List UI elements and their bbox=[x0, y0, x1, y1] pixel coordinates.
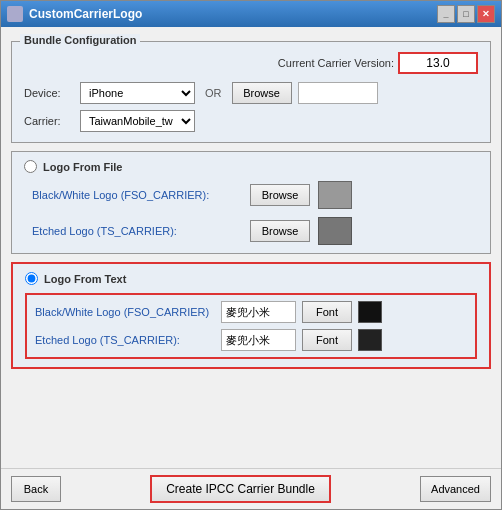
window-controls: _ □ ✕ bbox=[437, 5, 495, 23]
main-content: Bundle Configuration Current Carrier Ver… bbox=[1, 27, 501, 468]
bw-logo-file-row: Black/White Logo (FSO_CARRIER): Browse bbox=[32, 181, 478, 209]
logo-from-file-section: Logo From File Black/White Logo (FSO_CAR… bbox=[11, 151, 491, 254]
window-title: CustomCarrierLogo bbox=[29, 7, 142, 21]
back-button[interactable]: Back bbox=[11, 476, 61, 502]
bw-logo-preview bbox=[318, 181, 352, 209]
carrier-row: Carrier: TaiwanMobile_tw bbox=[24, 110, 478, 132]
logo-text-radio[interactable] bbox=[25, 272, 38, 285]
logo-text-header: Logo From Text bbox=[25, 272, 477, 285]
etched-text-label: Etched Logo (TS_CARRIER): bbox=[35, 334, 215, 346]
bottom-bar: Back Create IPCC Carrier Bundle Advanced bbox=[1, 468, 501, 509]
etched-logo-preview bbox=[318, 217, 352, 245]
close-button[interactable]: ✕ bbox=[477, 5, 495, 23]
logo-file-radio[interactable] bbox=[24, 160, 37, 173]
bundle-config-label: Bundle Configuration bbox=[20, 34, 140, 46]
etched-browse-button[interactable]: Browse bbox=[250, 220, 310, 242]
device-row: Device: iPhone iPad OR Browse bbox=[24, 82, 478, 104]
or-label: OR bbox=[205, 87, 222, 99]
main-window: CustomCarrierLogo _ □ ✕ Bundle Configura… bbox=[0, 0, 502, 510]
version-input[interactable] bbox=[398, 52, 478, 74]
carrier-select[interactable]: TaiwanMobile_tw bbox=[80, 110, 195, 132]
minimize-button[interactable]: _ bbox=[437, 5, 455, 23]
title-bar: CustomCarrierLogo _ □ ✕ bbox=[1, 1, 501, 27]
etched-logo-file-row: Etched Logo (TS_CARRIER): Browse bbox=[32, 217, 478, 245]
logo-text-label: Logo From Text bbox=[44, 273, 126, 285]
bw-text-label: Black/White Logo (FSO_CARRIER) bbox=[35, 306, 215, 318]
bundle-config-group: Bundle Configuration Current Carrier Ver… bbox=[11, 41, 491, 143]
etched-file-label: Etched Logo (TS_CARRIER): bbox=[32, 225, 242, 237]
text-logo-inner: Black/White Logo (FSO_CARRIER) Font Etch… bbox=[25, 293, 477, 359]
browse-button-device[interactable]: Browse bbox=[232, 82, 292, 104]
advanced-button[interactable]: Advanced bbox=[420, 476, 491, 502]
etched-font-button[interactable]: Font bbox=[302, 329, 352, 351]
etched-color-picker[interactable] bbox=[358, 329, 382, 351]
bw-font-button[interactable]: Font bbox=[302, 301, 352, 323]
device-label: Device: bbox=[24, 87, 74, 99]
version-label: Current Carrier Version: bbox=[278, 57, 394, 69]
device-select[interactable]: iPhone iPad bbox=[80, 82, 195, 104]
logo-file-label: Logo From File bbox=[43, 161, 122, 173]
maximize-button[interactable]: □ bbox=[457, 5, 475, 23]
bw-text-input[interactable] bbox=[221, 301, 296, 323]
logo-from-text-section: Logo From Text Black/White Logo (FSO_CAR… bbox=[11, 262, 491, 369]
bw-browse-button[interactable]: Browse bbox=[250, 184, 310, 206]
app-icon bbox=[7, 6, 23, 22]
carrier-label: Carrier: bbox=[24, 115, 74, 127]
bw-file-label: Black/White Logo (FSO_CARRIER): bbox=[32, 189, 242, 201]
logo-file-header: Logo From File bbox=[24, 160, 478, 173]
etched-text-row: Etched Logo (TS_CARRIER): Font bbox=[35, 329, 467, 351]
bw-text-row: Black/White Logo (FSO_CARRIER) Font bbox=[35, 301, 467, 323]
bw-color-picker[interactable] bbox=[358, 301, 382, 323]
create-bundle-button[interactable]: Create IPCC Carrier Bundle bbox=[150, 475, 331, 503]
device-path-input[interactable] bbox=[298, 82, 378, 104]
etched-text-input[interactable] bbox=[221, 329, 296, 351]
version-row: Current Carrier Version: bbox=[24, 52, 478, 74]
